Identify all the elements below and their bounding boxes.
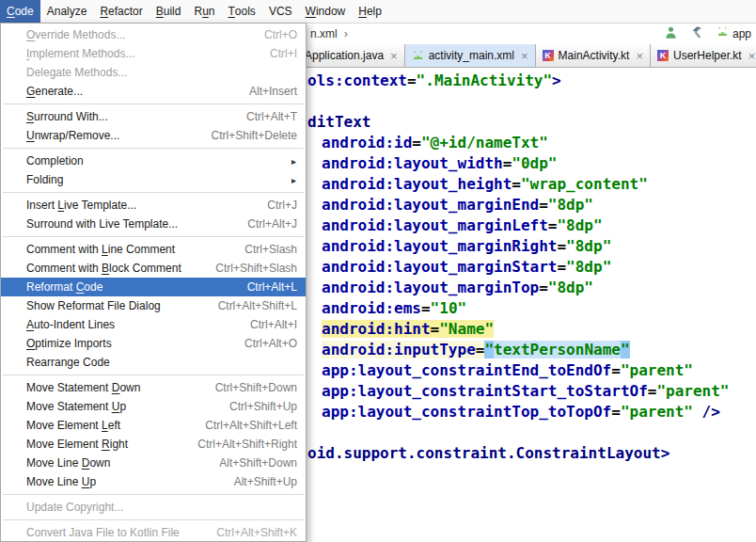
menu-item-label: Completion bbox=[26, 154, 84, 167]
menubar-item-window[interactable]: Window bbox=[299, 0, 353, 23]
menu-item-reformat-code[interactable]: Reformat CodeCtrl+Alt+L bbox=[1, 278, 306, 296]
menu-item-shortcut: Ctrl+Alt+J bbox=[227, 217, 297, 231]
menu-item-move-line-down[interactable]: Move Line DownAlt+Shift+Down bbox=[1, 454, 306, 472]
code-line-text: android:layout_height="wrap_content" bbox=[322, 175, 648, 193]
menu-item-generate[interactable]: Generate...Alt+Insert bbox=[1, 82, 306, 101]
code-line: android:id="@+id/nameTxt" bbox=[307, 133, 756, 153]
code-line-text: ols:context=".MainActivity"> bbox=[307, 72, 561, 89]
menubar-item-analyze[interactable]: Analyze bbox=[40, 0, 94, 23]
code-line-text: android:id="@+id/nameTxt" bbox=[322, 134, 548, 151]
menubar-item-refactor[interactable]: Refactor bbox=[93, 0, 149, 23]
menu-item-rearrange-code[interactable]: Rearrange Code bbox=[1, 353, 306, 372]
menu-item-label: Delegate Methods... bbox=[26, 66, 127, 79]
menu-item-shortcut: Ctrl+O bbox=[244, 28, 297, 41]
menu-item-insert-live-template[interactable]: Insert Live Template...Ctrl+J bbox=[1, 196, 306, 215]
tab-label: Application.java bbox=[305, 49, 384, 62]
run-configuration-selector[interactable]: app bbox=[717, 26, 751, 40]
code-line: android:layout_marginStart="8dp" bbox=[307, 257, 756, 278]
menubar: CodeAnalyzeRefactorBuildRunToolsVCSWindo… bbox=[0, 0, 756, 24]
menu-item-move-statement-down[interactable]: Move Statement DownCtrl+Shift+Down bbox=[1, 378, 306, 397]
menu-item-move-statement-up[interactable]: Move Statement UpCtrl+Shift+Up bbox=[1, 397, 306, 416]
android-icon bbox=[412, 50, 424, 61]
menu-separator bbox=[3, 519, 304, 520]
menu-item-surround-with-live-template[interactable]: Surround with Live Template...Ctrl+Alt+J bbox=[1, 215, 306, 233]
close-icon[interactable]: × bbox=[636, 49, 643, 63]
menu-item-surround-with[interactable]: Surround With...Ctrl+Alt+T bbox=[1, 107, 306, 126]
code-line-text: android:layout_marginStart="8dp" bbox=[322, 258, 611, 276]
menu-item-shortcut: Ctrl+Slash bbox=[224, 243, 297, 256]
code-line-text: android:hint="Name" bbox=[322, 320, 494, 338]
code-line-text: app:layout_constraintStart_toStartOf="pa… bbox=[322, 382, 729, 400]
menu-item-label: Move Element Right bbox=[26, 438, 128, 451]
close-icon[interactable]: × bbox=[521, 49, 528, 63]
menubar-item-run[interactable]: Run bbox=[187, 0, 221, 23]
submenu-arrow-icon: ▸ bbox=[271, 156, 297, 167]
menu-item-label: Show Reformat File Dialog bbox=[26, 299, 161, 312]
menu-item-label: Move Line Up bbox=[26, 475, 96, 488]
menu-item-folding[interactable]: Folding▸ bbox=[1, 170, 306, 189]
menubar-item-code[interactable]: Code bbox=[0, 0, 40, 23]
menu-item-move-element-left[interactable]: Move Element LeftCtrl+Alt+Shift+Left bbox=[1, 416, 306, 435]
menu-item-completion[interactable]: Completion▸ bbox=[1, 151, 306, 170]
menubar-item-tools[interactable]: Tools bbox=[222, 0, 262, 23]
menu-item-shortcut: Alt+Shift+Down bbox=[198, 456, 297, 470]
menu-item-shortcut: Ctrl+I bbox=[249, 47, 297, 60]
menu-item-label: Update Copyright... bbox=[26, 501, 123, 514]
menu-item-label: Implement Methods... bbox=[26, 47, 134, 60]
build-hammer-icon[interactable] bbox=[690, 25, 704, 42]
tab-mainactivity-kt[interactable]: KMainActivity.kt× bbox=[536, 44, 651, 67]
menu-item-shortcut: Ctrl+Alt+T bbox=[226, 110, 297, 123]
menubar-item-help[interactable]: Help bbox=[352, 0, 388, 23]
code-line: android:layout_marginTop="8dp" bbox=[307, 278, 756, 298]
code-line-text: oid.support.constraint.ConstraintLayout> bbox=[307, 444, 669, 462]
menu-item-shortcut: Ctrl+Alt+O bbox=[224, 337, 297, 350]
code-line bbox=[307, 422, 756, 443]
close-icon[interactable]: × bbox=[748, 49, 756, 63]
code-line-text: android:layout_marginLeft="8dp" bbox=[322, 216, 603, 234]
menu-item-label: Unwrap/Remove... bbox=[26, 129, 119, 142]
code-line bbox=[307, 91, 756, 112]
profile-green-icon[interactable] bbox=[664, 25, 678, 42]
menu-item-auto-indent-lines[interactable]: Auto-Indent LinesCtrl+Alt+I bbox=[1, 315, 306, 334]
menu-item-label: Rearrange Code bbox=[26, 356, 110, 369]
code-line: android:layout_width="0dp" bbox=[307, 153, 756, 174]
code-line: ditText bbox=[307, 112, 756, 133]
menu-item-label: Insert Live Template... bbox=[26, 199, 136, 212]
toolbar: app bbox=[664, 23, 751, 44]
code-line-text: android:layout_marginRight="8dp" bbox=[322, 237, 611, 255]
menu-item-label: Comment with Block Comment bbox=[26, 262, 181, 275]
menu-item-move-line-up[interactable]: Move Line UpAlt+Shift+Up bbox=[1, 472, 306, 491]
menu-item-label: Comment with Line Comment bbox=[26, 243, 175, 256]
tab-label: MainActivity.kt bbox=[559, 49, 630, 62]
tab-activity-main-xml[interactable]: activity_main.xml× bbox=[405, 44, 536, 67]
menubar-item-vcs[interactable]: VCS bbox=[262, 0, 299, 23]
close-icon[interactable]: × bbox=[390, 49, 398, 63]
menu-item-shortcut: Alt+Shift+Up bbox=[213, 475, 297, 488]
menu-item-unwrap-remove[interactable]: Unwrap/Remove...Ctrl+Shift+Delete bbox=[1, 126, 306, 145]
code-line: android:layout_marginRight="8dp" bbox=[307, 236, 756, 257]
code-line-text: app:layout_constraintTop_toTopOf="parent… bbox=[322, 403, 720, 421]
submenu-arrow-icon: ▸ bbox=[271, 175, 297, 185]
menu-item-comment-with-block-comment[interactable]: Comment with Block CommentCtrl+Shift+Sla… bbox=[1, 259, 306, 278]
menu-item-move-element-right[interactable]: Move Element RightCtrl+Alt+Shift+Right bbox=[1, 435, 306, 454]
menu-separator bbox=[3, 236, 304, 237]
menu-item-shortcut: Ctrl+Alt+Shift+Left bbox=[184, 419, 297, 432]
menu-item-optimize-imports[interactable]: Optimize ImportsCtrl+Alt+O bbox=[1, 334, 306, 353]
menubar-item-build[interactable]: Build bbox=[150, 0, 188, 23]
menu-item-show-reformat-file-dialog[interactable]: Show Reformat File DialogCtrl+Alt+Shift+… bbox=[1, 296, 306, 315]
menu-item-shortcut: Ctrl+Alt+Shift+L bbox=[197, 299, 297, 312]
menu-item-shortcut: Ctrl+J bbox=[246, 199, 297, 212]
breadcrumb-file[interactable]: n.xml bbox=[310, 27, 338, 40]
menu-item-shortcut: Ctrl+Alt+Shift+Right bbox=[177, 438, 297, 451]
menu-item-label: Surround With... bbox=[26, 110, 108, 123]
editor-code[interactable]: ols:context=".MainActivity">ditTextandro… bbox=[307, 71, 756, 542]
menu-item-label: Override Methods... bbox=[26, 28, 125, 41]
menu-item-label: Folding bbox=[26, 173, 63, 186]
menu-item-override-methods: Override Methods...Ctrl+O bbox=[1, 25, 306, 44]
menu-separator bbox=[3, 192, 304, 193]
chevron-right-icon: › bbox=[344, 26, 348, 40]
menu-item-comment-with-line-comment[interactable]: Comment with Line CommentCtrl+Slash bbox=[1, 240, 306, 259]
menu-item-shortcut: Alt+Insert bbox=[228, 85, 297, 98]
tab-userhelper-kt[interactable]: KUserHelper.kt× bbox=[651, 44, 756, 67]
menu-item-label: Surround with Live Template... bbox=[26, 217, 178, 231]
